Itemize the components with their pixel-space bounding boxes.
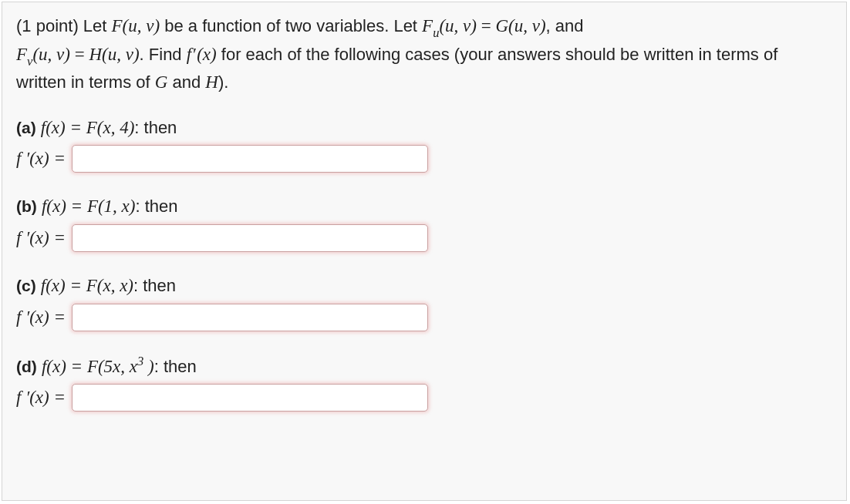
part-d-prefix: f ′(x) = bbox=[16, 388, 66, 408]
part-d-then: : then bbox=[154, 357, 197, 376]
problem-statement: (1 point) Let F(u, v) be a function of t… bbox=[16, 13, 832, 96]
intro-text-5: for each of the following cases (your an… bbox=[217, 45, 778, 64]
part-c-then: : then bbox=[133, 276, 176, 295]
intro-text-3: , and bbox=[546, 16, 584, 35]
problem-container: (1 point) Let F(u, v) be a function of t… bbox=[2, 2, 847, 501]
part-a-answer-line: f ′(x) = bbox=[16, 145, 832, 173]
part-b-input[interactable] bbox=[72, 224, 428, 252]
intro-end: ). bbox=[218, 72, 228, 92]
intro-text-1: Let bbox=[83, 16, 112, 35]
part-b-prefix: f ′(x) = bbox=[16, 228, 66, 248]
part-c-letter: (c) bbox=[16, 277, 36, 294]
math-G: G bbox=[155, 72, 168, 92]
part-d: (d) f(x) = F(5x, x3 ): then f ′(x) = bbox=[16, 351, 832, 412]
math-G-uv: G(u, v) bbox=[495, 16, 545, 35]
part-b-letter: (b) bbox=[16, 197, 37, 215]
part-b-then: : then bbox=[135, 197, 177, 216]
intro-text-2: be a function of two variables. Let bbox=[160, 16, 422, 35]
math-F-uv: F(u, v) bbox=[112, 16, 160, 35]
part-b-equation: f(x) = F(1, x) bbox=[42, 197, 136, 216]
part-b: (b) f(x) = F(1, x): then f ′(x) = bbox=[16, 193, 832, 252]
math-Fu: Fu(u, v) bbox=[422, 16, 477, 35]
part-c-answer-line: f ′(x) = bbox=[16, 304, 832, 331]
part-a-then: : then bbox=[134, 118, 177, 137]
intro-text-6: written in terms of bbox=[16, 72, 155, 92]
math-Fv: Fv(u, v) bbox=[16, 45, 70, 64]
points-label: (1 point) bbox=[16, 16, 83, 35]
part-a-label: (a) f(x) = F(x, 4): then bbox=[16, 114, 832, 143]
part-a-equation: f(x) = F(x, 4) bbox=[41, 118, 135, 137]
math-fprime: f′(x) bbox=[187, 45, 217, 64]
part-a-letter: (a) bbox=[16, 119, 36, 136]
and-text: and bbox=[167, 72, 205, 92]
math-H-uv: H(u, v) bbox=[89, 45, 139, 64]
part-a-input[interactable] bbox=[72, 145, 428, 173]
math-H: H bbox=[205, 72, 218, 92]
intro-text-4: . Find bbox=[140, 45, 187, 64]
part-c-equation: f(x) = F(x, x) bbox=[41, 276, 133, 295]
part-b-label: (b) f(x) = F(1, x): then bbox=[16, 193, 832, 221]
part-d-equation: f(x) = F(5x, x3 ) bbox=[42, 357, 154, 376]
part-c: (c) f(x) = F(x, x): then f ′(x) = bbox=[16, 272, 832, 331]
part-b-answer-line: f ′(x) = bbox=[16, 224, 832, 252]
part-d-answer-line: f ′(x) = bbox=[16, 384, 832, 412]
part-c-label: (c) f(x) = F(x, x): then bbox=[16, 272, 832, 301]
part-a-prefix: f ′(x) = bbox=[16, 149, 66, 169]
part-c-prefix: f ′(x) = bbox=[16, 307, 66, 328]
part-d-letter: (d) bbox=[16, 358, 37, 375]
part-d-input[interactable] bbox=[72, 384, 428, 412]
part-d-label: (d) f(x) = F(5x, x3 ): then bbox=[16, 351, 832, 381]
eq-sign-1: = bbox=[477, 16, 495, 35]
part-c-input[interactable] bbox=[72, 304, 428, 331]
eq-sign-2: = bbox=[70, 45, 89, 64]
part-a: (a) f(x) = F(x, 4): then f ′(x) = bbox=[16, 114, 832, 173]
